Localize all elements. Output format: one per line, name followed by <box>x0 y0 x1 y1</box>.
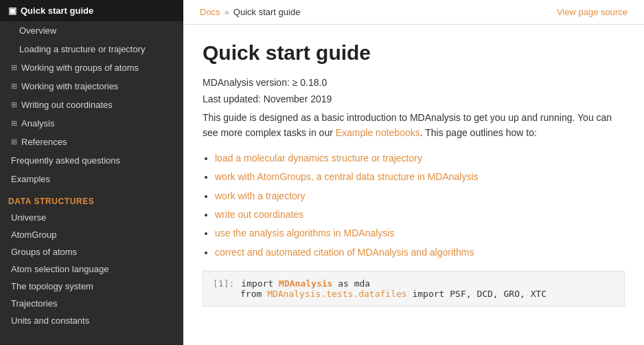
sidebar-item-label: Writing out coordinates <box>21 100 113 110</box>
code-line-2: from MDAnalysis.tests.datafiles import P… <box>213 289 614 299</box>
code-text-1: import MDAnalysis as mda <box>241 278 370 289</box>
sidebar-item-groups-atoms[interactable]: Groups of atoms <box>0 243 183 260</box>
sidebar-item-examples[interactable]: Examples <box>0 170 183 188</box>
sidebar-item-label: Analysis <box>21 118 54 129</box>
code-prompt-2 <box>213 289 233 299</box>
sidebar-item-units[interactable]: Units and constants <box>0 312 183 329</box>
expand-icon: ⊞ <box>11 63 17 72</box>
outline-link-3[interactable]: work with a trajectory <box>215 190 305 201</box>
sidebar-item-trajectories[interactable]: ⊞ Working with trajectories <box>0 77 183 96</box>
sidebar-item-label: Working with trajectories <box>21 81 118 91</box>
sidebar-item-label: Working with groups of atoms <box>21 63 139 73</box>
version-label: MDAnalysis version: ≥ 0.18.0 <box>203 77 625 88</box>
sidebar-item-working-groups[interactable]: ⊞ Working with groups of atoms <box>0 58 183 77</box>
last-updated: Last updated: November 2019 <box>203 93 625 104</box>
breadcrumb-current: Quick start guide <box>233 7 301 17</box>
breadcrumb: Docs » Quick start guide <box>200 7 300 17</box>
sidebar-item-writing[interactable]: ⊞ Writing out coordinates <box>0 96 183 114</box>
list-item: work with AtomGroups, a central data str… <box>215 169 625 184</box>
code-block: [1]: import MDAnalysis as mda from MDAna… <box>203 271 625 307</box>
expand-icon: ⊞ <box>11 82 17 91</box>
sidebar-item-loading[interactable]: Loading a structure or trajectory <box>0 40 183 58</box>
data-structures-section-label: DATA STRUCTURES <box>0 188 183 209</box>
description-text-2: . This page outlines how to: <box>420 127 537 138</box>
sidebar: ▣ Quick start guide Overview Loading a s… <box>0 0 183 345</box>
sidebar-section-title: Quick start guide <box>21 5 93 16</box>
example-notebooks-link[interactable]: Example notebooks <box>336 127 420 138</box>
top-bar: Docs » Quick start guide View page sourc… <box>183 0 644 25</box>
code-line-1: [1]: import MDAnalysis as mda <box>213 278 614 289</box>
breadcrumb-separator: » <box>225 7 229 17</box>
outline-link-1[interactable]: load a molecular dynamics structure or t… <box>215 153 422 164</box>
outline-link-2[interactable]: work with AtomGroups, a central data str… <box>215 171 479 182</box>
sidebar-item-atomgroup[interactable]: AtomGroup <box>0 226 183 243</box>
collapse-icon: ▣ <box>8 5 16 16</box>
sidebar-item-label: References <box>21 137 67 147</box>
expand-icon: ⊞ <box>11 119 17 128</box>
sidebar-item-label: Frequently asked questions <box>11 155 120 166</box>
sidebar-item-label: Overview <box>19 25 56 36</box>
code-text-2: from MDAnalysis.tests.datafiles import P… <box>240 289 547 299</box>
expand-icon: ⊞ <box>11 100 17 109</box>
code-prompt: [1]: <box>213 278 234 289</box>
outline-link-6[interactable]: correct and automated citation of MDAnal… <box>215 247 474 258</box>
sidebar-item-traj[interactable]: Trajectories <box>0 295 183 312</box>
outline-link-5[interactable]: use the analysis algorithms in MDAnalysi… <box>215 227 394 238</box>
page-description: This guide is designed as a basic introd… <box>203 110 625 141</box>
sidebar-item-references[interactable]: ⊞ References <box>0 133 183 151</box>
sidebar-item-faq[interactable]: Frequently asked questions <box>0 151 183 170</box>
sidebar-item-atom-selection[interactable]: Atom selection language <box>0 260 183 278</box>
sidebar-item-topology[interactable]: The topology system <box>0 278 183 295</box>
list-item: write out coordinates <box>215 207 625 222</box>
sidebar-item-label: Loading a structure or trajectory <box>19 44 146 54</box>
expand-icon: ⊞ <box>11 137 17 146</box>
sidebar-item-label: Examples <box>11 174 50 184</box>
list-item: work with a trajectory <box>215 188 625 203</box>
sidebar-item-analysis[interactable]: ⊞ Analysis <box>0 114 183 133</box>
list-item: correct and automated citation of MDAnal… <box>215 245 625 260</box>
sidebar-item-overview[interactable]: Overview <box>0 21 183 40</box>
breadcrumb-docs-link[interactable]: Docs <box>200 7 220 17</box>
page-title: Quick start guide <box>203 41 625 65</box>
outline-list: load a molecular dynamics structure or t… <box>215 151 625 260</box>
sidebar-section-quick-start[interactable]: ▣ Quick start guide <box>0 0 183 21</box>
sidebar-item-universe[interactable]: Universe <box>0 209 183 226</box>
main-content: Docs » Quick start guide View page sourc… <box>183 0 644 345</box>
list-item: load a molecular dynamics structure or t… <box>215 151 625 166</box>
page-content: Quick start guide MDAnalysis version: ≥ … <box>183 25 644 323</box>
view-source-link[interactable]: View page source <box>557 7 628 17</box>
list-item: use the analysis algorithms in MDAnalysi… <box>215 225 625 241</box>
outline-link-4[interactable]: write out coordinates <box>215 209 303 220</box>
